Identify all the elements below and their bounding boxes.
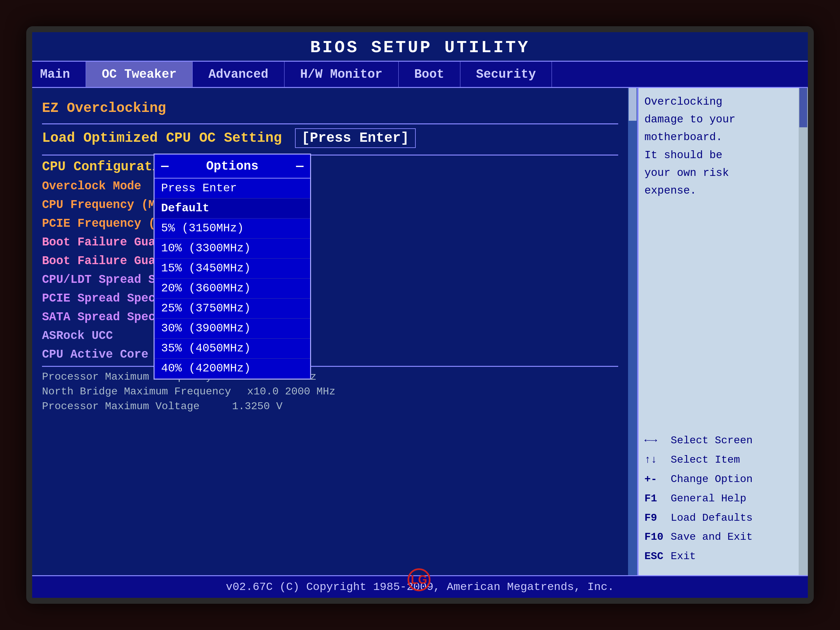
monitor-frame: BIOS SETUP UTILITY Main OC Tweaker Advan… — [26, 26, 814, 604]
options-item-40pct[interactable]: 40% (4200MHz) — [155, 358, 310, 379]
sidebar-line-6: expense. — [644, 183, 802, 199]
right-sidebar: Overclocking damage to your motherboard.… — [637, 88, 808, 575]
load-oc-row[interactable]: Load Optimized CPU OC Setting [Press Ent… — [42, 128, 618, 148]
tab-advanced[interactable]: Advanced — [193, 62, 284, 87]
options-item-15pct[interactable]: 15% (3450MHz) — [155, 259, 310, 279]
separator-3 — [42, 366, 618, 367]
options-dropdown[interactable]: — Options — Press Enter Default 5% (3150… — [153, 153, 311, 380]
sidebar-line-5: your own risk — [644, 166, 802, 181]
key-row-select-item: ↑↓ Select Item — [644, 453, 802, 467]
nav-tabs: Main OC Tweaker Advanced H/W Monitor Boo… — [32, 62, 808, 88]
options-header: — Options — — [155, 155, 310, 178]
options-item-10pct[interactable]: 10% (3300MHz) — [155, 238, 310, 259]
tab-security[interactable]: Security — [460, 62, 552, 87]
nb-max-freq-row: North Bridge Maximum Frequency x10.0 200… — [42, 385, 618, 398]
main-scrollbar[interactable] — [628, 88, 637, 575]
key-row-f10: F10 Save and Exit — [644, 530, 802, 545]
options-item-35pct[interactable]: 35% (4050MHz) — [155, 339, 310, 358]
options-dash-right: — — [296, 159, 303, 173]
options-dash-left: — — [161, 159, 169, 173]
main-content: EZ Overclocking Load Optimized CPU OC Se… — [32, 88, 808, 575]
tab-boot[interactable]: Boot — [399, 62, 460, 87]
lg-logo-circle: LG — [407, 568, 431, 591]
sidebar-scrollbar[interactable] — [799, 88, 808, 575]
title-bar: BIOS SETUP UTILITY — [32, 32, 808, 62]
options-title: Options — [206, 159, 259, 173]
options-item-20pct[interactable]: 20% (3600MHz) — [155, 279, 310, 298]
options-item-default[interactable]: Default — [155, 199, 310, 218]
menu-row-pcie-freq[interactable]: PCIE Frequency (MHz) — [42, 216, 618, 231]
options-item-30pct[interactable]: 30% (3900MHz) — [155, 319, 310, 339]
options-item-5pct[interactable]: 5% (3150MHz) — [155, 218, 310, 238]
separator-1 — [42, 123, 618, 124]
sidebar-line-1: Overclocking — [644, 95, 802, 110]
ez-overclocking-header: EZ Overclocking — [42, 100, 618, 116]
menu-row-boot-fail-guard[interactable]: Boot Failure Guard — [42, 235, 618, 250]
sidebar-damage-text: damage — [644, 114, 684, 126]
menu-row-boot-fail-count[interactable]: Boot Failure Guard Count — [42, 254, 618, 268]
menu-row-overclock-mode[interactable]: Overclock Mode — [42, 179, 618, 194]
boot-fail-guard-label: Boot Failure Guard — [42, 235, 170, 249]
load-oc-label: Load Optimized CPU OC Setting — [42, 130, 282, 146]
menu-row-cpu-freq[interactable]: CPU Frequency (MHz) — [42, 197, 618, 212]
lg-logo: LG — [407, 568, 433, 591]
bios-title: BIOS SETUP UTILITY — [310, 38, 530, 57]
proc-max-freq-row: Processor Maximum Frequency x15.0 3000 M… — [42, 371, 618, 383]
options-item-25pct[interactable]: 25% (3750MHz) — [155, 298, 310, 319]
key-row-f9: F9 Load Defaults — [644, 511, 802, 526]
menu-row-pcie-spread[interactable]: PCIE Spread Spectrum — [42, 291, 618, 306]
asrock-ucc-label: ASRock UCC — [42, 329, 113, 343]
bios-screen: BIOS SETUP UTILITY Main OC Tweaker Advan… — [32, 32, 808, 598]
left-panel: EZ Overclocking Load Optimized CPU OC Se… — [32, 88, 628, 575]
key-row-change-opt: +- Change Option — [644, 472, 802, 487]
tab-oc-tweaker[interactable]: OC Tweaker — [86, 62, 193, 87]
overclock-mode-label: Overclock Mode — [42, 180, 141, 193]
sidebar-scrollbar-thumb — [799, 88, 807, 127]
menu-row-cpu-active[interactable]: CPU Active Core Control — [42, 347, 618, 362]
sidebar-line-4: It should be — [644, 148, 802, 163]
sidebar-line-3: motherboard. — [644, 130, 802, 145]
load-oc-value: [Press Enter] — [295, 128, 416, 148]
separator-2 — [42, 155, 618, 156]
cpu-config-header: CPU Configuration — [42, 159, 618, 174]
key-row-esc: ESC Exit — [644, 549, 802, 564]
key-row-f1: F1 General Help — [644, 491, 802, 506]
key-bindings: ←→ Select Screen ↑↓ Select Item +- Chang… — [644, 433, 802, 568]
menu-row-sata-spread[interactable]: SATA Spread Spectrum — [42, 310, 618, 325]
key-row-select-screen: ←→ Select Screen — [644, 433, 802, 448]
menu-row-cpu-ldt[interactable]: CPU/LDT Spread Spectrum — [42, 272, 618, 287]
options-item-press-enter[interactable]: Press Enter — [155, 178, 310, 199]
tab-main[interactable]: Main — [32, 62, 86, 87]
proc-max-volt-row: Processor Maximum Voltage 1.3250 V — [42, 400, 618, 412]
sidebar-line-2: damage to your — [644, 112, 802, 127]
tab-hw-monitor[interactable]: H/W Monitor — [284, 62, 399, 87]
main-scrollbar-thumb — [629, 88, 636, 121]
menu-row-asrock-ucc[interactable]: ASRock UCC — [42, 328, 618, 343]
bottom-info: Processor Maximum Frequency x15.0 3000 M… — [42, 366, 618, 418]
